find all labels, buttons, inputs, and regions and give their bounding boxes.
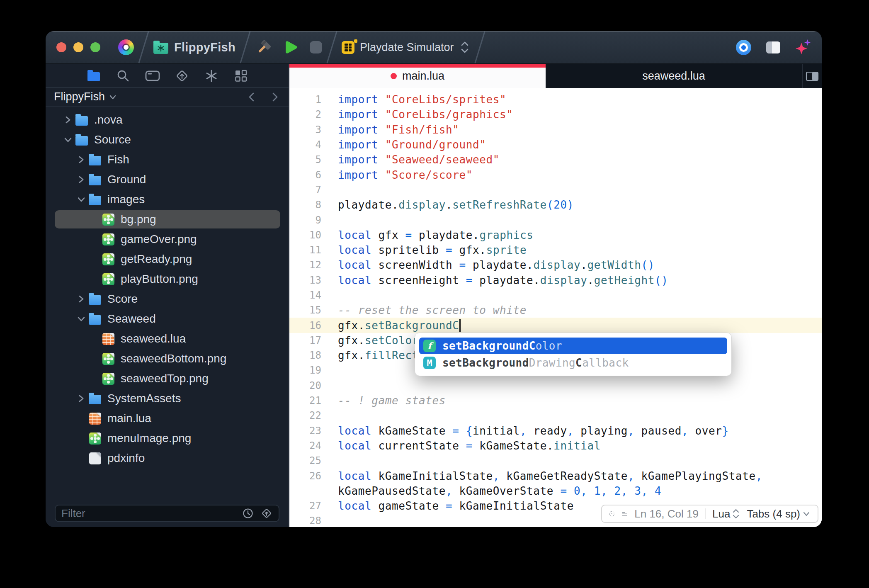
code-line-1[interactable]: 1import "CoreLibs/sprites": [289, 92, 822, 107]
sidebar-item-gameover-png[interactable]: gameOver.png: [46, 229, 289, 249]
code-line-15[interactable]: 15-- reset the screen to white: [289, 303, 822, 318]
line-number: 7: [289, 184, 321, 196]
assistant-sparkle-button[interactable]: [795, 39, 811, 55]
search-sidebar-tab[interactable]: [115, 68, 131, 83]
line-number: 24: [289, 440, 321, 452]
zoom-window-button[interactable]: [90, 42, 100, 52]
editor-status-bar: Ln 16, Col 19 Lua Tabs (4 sp): [601, 505, 818, 523]
image-file-icon: [101, 233, 115, 245]
sidebar-item-systemassets[interactable]: SystemAssets: [46, 389, 289, 408]
tab-seaweed-lua[interactable]: seaweed.lua: [546, 64, 802, 88]
files-sidebar-tab[interactable]: [86, 68, 102, 83]
filter-input[interactable]: Filter: [55, 505, 279, 522]
close-window-button[interactable]: [56, 42, 66, 52]
chevron-right-icon[interactable]: [75, 175, 88, 184]
code-line-16[interactable]: 16gfx.setBackgroundC: [289, 318, 822, 333]
chevron-right-icon[interactable]: [75, 394, 88, 403]
chevron-down-icon[interactable]: [75, 195, 88, 204]
code-line-21[interactable]: 21-- ! game states: [289, 393, 822, 408]
code-text: import "Seaweed/seaweed": [321, 153, 500, 166]
chevron-down-icon[interactable]: [61, 135, 75, 144]
folder-icon: [75, 114, 89, 126]
code-line-14[interactable]: 14: [289, 288, 822, 303]
minimize-window-button[interactable]: [73, 42, 83, 52]
run-play-button[interactable]: [283, 39, 299, 56]
code-line-13[interactable]: 13local screenHeight = playdate.display.…: [289, 273, 822, 288]
remote-sidebar-tab[interactable]: [145, 68, 160, 83]
clock-icon[interactable]: [242, 508, 254, 519]
toggle-sidebar-button[interactable]: [766, 41, 780, 53]
code-text: -- reset the screen to white: [321, 304, 527, 316]
code-line-20[interactable]: 20: [289, 378, 822, 393]
sidebar-item-playbutton-png[interactable]: playButton.png: [46, 269, 289, 289]
sidebar-item-seaweedtop-png[interactable]: seaweedTop.png: [46, 369, 289, 389]
sidebar-item-menuimage-png[interactable]: menuImage.png: [46, 428, 289, 448]
code-line-25[interactable]: 25: [289, 453, 822, 468]
project-switcher[interactable]: FlippyFish: [153, 41, 235, 54]
sidebar-item-ground[interactable]: Ground: [46, 170, 289, 190]
scm-filter-icon[interactable]: [260, 507, 273, 520]
indentation-selector[interactable]: Tabs (4 sp): [747, 508, 811, 520]
symbols-sidebar-tab[interactable]: [204, 68, 219, 83]
wrap-lines-icon[interactable]: [621, 508, 628, 519]
code-line-5[interactable]: 5import "Seaweed/seaweed": [289, 152, 822, 167]
symbol-scope-icon[interactable]: [609, 508, 615, 520]
project-root-row[interactable]: FlippyFish: [46, 88, 289, 107]
code-line-26[interactable]: 26local kGameInitialState, kGameGetReady…: [289, 468, 822, 483]
code-line-9[interactable]: 9: [289, 212, 822, 227]
sidebar-item-bg-png[interactable]: bg.png: [46, 209, 289, 229]
run-target-selector[interactable]: Playdate Simulator: [342, 40, 470, 54]
code-line-3[interactable]: 3import "Fish/fish": [289, 122, 822, 137]
folder-icon: [88, 194, 102, 205]
chevron-right-icon[interactable]: [75, 294, 88, 304]
stop-button[interactable]: [310, 41, 322, 53]
source-control-sidebar-tab[interactable]: [174, 68, 190, 83]
image-file-icon: [101, 373, 115, 385]
language-selector[interactable]: Lua: [712, 508, 740, 520]
sidebar-item-pdxinfo[interactable]: pdxinfo: [46, 448, 289, 468]
code-line-wrap[interactable]: kGamePausedState, kGameOverState = 0, 1,…: [289, 484, 822, 498]
code-line-7[interactable]: 7: [289, 182, 822, 197]
forward-chevron-button[interactable]: [269, 91, 280, 103]
sparkle-small-icon: [804, 39, 811, 46]
completion-setbackgroundcolor[interactable]: fsetBackgroundColor: [419, 338, 727, 354]
sidebar-item-seaweed[interactable]: Seaweed: [46, 309, 289, 329]
code-line-24[interactable]: 24local currentState = kGameState.initia…: [289, 438, 822, 453]
code-line-23[interactable]: 23local kGameState = {initial, ready, pl…: [289, 423, 822, 438]
code-line-8[interactable]: 8playdate.display.setRefreshRate(20): [289, 197, 822, 212]
back-chevron-button[interactable]: [246, 91, 257, 103]
sidebar-item-score[interactable]: Score: [46, 289, 289, 309]
code-editor[interactable]: 1import "CoreLibs/sprites"2import "CoreL…: [289, 88, 822, 527]
chevron-right-icon[interactable]: [75, 155, 88, 164]
git-diamond-icon: [175, 68, 189, 83]
chevron-right-icon[interactable]: [61, 115, 75, 124]
code-line-4[interactable]: 4import "Ground/ground": [289, 137, 822, 152]
code-text: local screenHeight = playdate.display.ge…: [321, 274, 668, 287]
code-line-2[interactable]: 2import "CoreLibs/graphics": [289, 107, 822, 122]
code-line-22[interactable]: 22: [289, 408, 822, 423]
split-editor-button[interactable]: [802, 64, 822, 88]
code-line-11[interactable]: 11local spritelib = gfx.sprite: [289, 243, 822, 258]
extensions-sidebar-tab[interactable]: [233, 68, 249, 83]
code-line-12[interactable]: 12local screenWidth = playdate.display.g…: [289, 258, 822, 272]
preview-eye-button[interactable]: [736, 40, 751, 55]
code-text: gfx.fillRect(: [321, 349, 425, 362]
tab-main-lua[interactable]: main.lua: [289, 64, 546, 88]
grid-icon: [234, 69, 248, 83]
completion-setbackgrounddrawingcallback[interactable]: MsetBackgroundDrawingCallback: [419, 355, 727, 371]
sidebar-item-fish[interactable]: Fish: [46, 150, 289, 170]
code-line-10[interactable]: 10local gfx = playdate.graphics: [289, 228, 822, 243]
sidebar-item-seaweed-lua[interactable]: seaweed.lua: [46, 329, 289, 349]
line-number: 27: [289, 500, 321, 512]
sidebar-item-getready-png[interactable]: getReady.png: [46, 249, 289, 269]
sidebar-item-main-lua[interactable]: main.lua: [46, 408, 289, 428]
sidebar-item-source[interactable]: Source: [46, 130, 289, 150]
sidebar-item-seaweedbottom-png[interactable]: seaweedBottom.png: [46, 349, 289, 369]
code-line-6[interactable]: 6import "Score/score": [289, 167, 822, 182]
build-hammer-button[interactable]: [255, 39, 272, 56]
sidebar-item-nova[interactable]: .nova: [46, 110, 289, 130]
chevron-down-icon[interactable]: [75, 314, 88, 323]
editor-column: main.lua seaweed.lua 1import "CoreLibs/s…: [289, 64, 822, 527]
line-number: 4: [289, 139, 321, 151]
sidebar-item-images[interactable]: images: [46, 190, 289, 209]
